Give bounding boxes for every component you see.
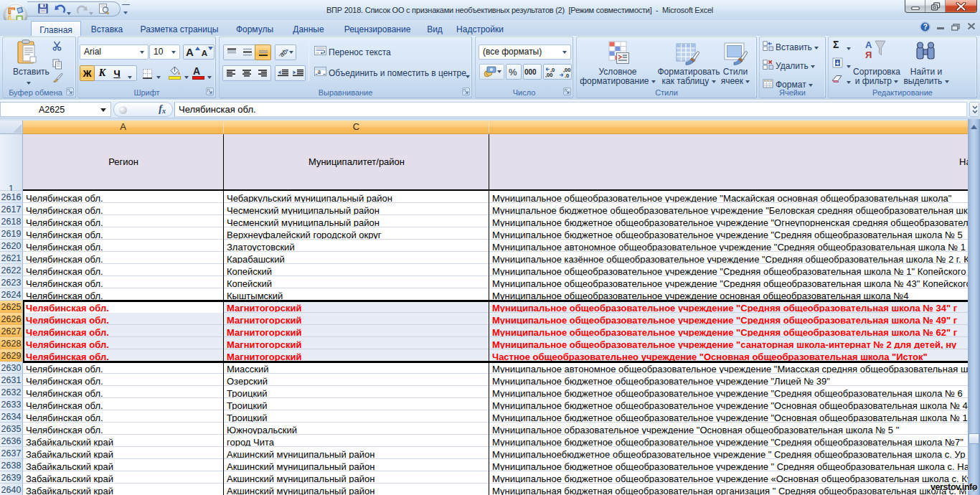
svg-text:Σ: Σ	[833, 39, 839, 50]
svg-text:Я: Я	[865, 50, 872, 60]
svg-text:000: 000	[524, 68, 537, 75]
svg-text:?: ?	[923, 23, 928, 31]
svg-text:%: %	[509, 67, 517, 76]
svg-text:А: А	[865, 39, 872, 50]
svg-text:,00: ,00	[545, 72, 552, 77]
svg-text:ab: ab	[278, 48, 288, 57]
svg-text:,0: ,0	[565, 72, 569, 77]
